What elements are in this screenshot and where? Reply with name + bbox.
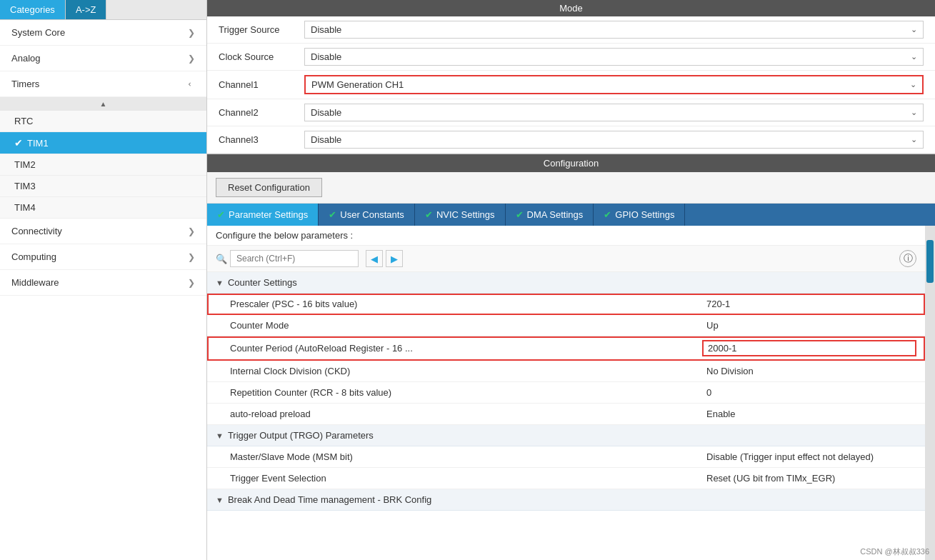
mode-select-channel2[interactable]: Disable ⌄: [304, 104, 924, 121]
param-row-counter-period: Counter Period (AutoReload Register - 16…: [207, 336, 925, 361]
dropdown-arrow-channel3-icon: ⌄: [911, 135, 917, 144]
mode-row-channel1: Channel1 PWM Generation CH1 ⌄: [207, 71, 935, 99]
param-value-counter-mode[interactable]: Up: [702, 319, 916, 332]
mode-label-channel1: Channel1: [219, 79, 304, 90]
sidebar-sub-item-tim4[interactable]: TIM4: [0, 197, 206, 219]
sidebar-item-label-middleware: Middleware: [11, 277, 59, 288]
nav-next-icon[interactable]: ▶: [386, 250, 403, 267]
mode-select-channel3[interactable]: Disable ⌄: [304, 131, 924, 149]
tab-nvic-settings[interactable]: ✔ NVIC Settings: [415, 204, 506, 226]
group-chevron-counter-icon: ▼: [216, 279, 224, 287]
param-value-clock-division[interactable]: No Division: [702, 364, 916, 378]
sidebar-item-middleware[interactable]: Middleware ❯: [0, 270, 206, 296]
sidebar-item-analog[interactable]: Analog ❯: [0, 46, 206, 71]
chevron-computing-icon: ❯: [188, 252, 195, 262]
param-value-counter-period[interactable]: 2000-1: [702, 340, 916, 356]
tab-categories[interactable]: Categories: [0, 0, 66, 19]
mode-row-channel3: Channel3 Disable ⌄: [207, 126, 935, 154]
chevron-timers-icon: ⌄: [186, 81, 196, 88]
mode-val-channel1: PWM Generation CH1: [311, 79, 404, 90]
sidebar-sub-item-rtc[interactable]: RTC: [0, 111, 206, 132]
sidebar-item-label-connectivity: Connectivity: [11, 226, 62, 236]
sidebar-item-computing[interactable]: Computing ❯: [0, 244, 206, 270]
param-row-trigger-event: Trigger Event Selection Reset (UG bit fr…: [207, 468, 925, 489]
tab-user-constants[interactable]: ✔ User Constants: [319, 204, 415, 226]
reset-configuration-button[interactable]: Reset Configuration: [216, 178, 322, 197]
watermark-text: CSDN @林叔叔336: [860, 546, 929, 557]
sidebar-item-label-system-core: System Core: [11, 27, 65, 38]
info-button[interactable]: ⓘ: [899, 250, 916, 267]
group-chevron-trigger-icon: ▼: [216, 431, 224, 440]
param-row-repetition-counter: Repetition Counter (RCR - 8 bits value) …: [207, 382, 925, 404]
mode-val-channel2: Disable: [311, 107, 341, 118]
tab-az[interactable]: A->Z: [66, 0, 107, 19]
scrollbar-thumb: [926, 240, 934, 283]
tab-gpio-settings[interactable]: ✔ GPIO Settings: [594, 204, 685, 226]
param-name-trigger-event: Trigger Event Selection: [230, 473, 702, 484]
tab-parameter-settings[interactable]: ✔ Parameter Settings: [207, 204, 319, 226]
sidebar-sub-item-tim1[interactable]: ✔ TIM1: [0, 132, 206, 154]
mode-select-clock-source[interactable]: Disable ⌄: [304, 48, 924, 66]
sidebar-item-system-core[interactable]: System Core ❯: [0, 20, 206, 46]
nav-prev-icon[interactable]: ◀: [366, 250, 383, 267]
tab-check-gpio-icon: ✔: [604, 209, 611, 220]
reset-btn-row: Reset Configuration: [207, 172, 935, 204]
param-row-prescaler: Prescaler (PSC - 16 bits value) 720-1: [207, 294, 925, 315]
search-icon: 🔍: [216, 254, 227, 264]
config-tabs-row: ✔ Parameter Settings ✔ User Constants ✔ …: [207, 204, 935, 226]
mode-row-clock-source: Clock Source Disable ⌄: [207, 44, 935, 71]
dropdown-arrow-channel2-icon: ⌄: [911, 108, 917, 117]
sidebar-sub-label-rtc: RTC: [14, 116, 33, 126]
scroll-up-btn[interactable]: ▲: [0, 97, 206, 111]
param-name-repetition-counter: Repetition Counter (RCR - 8 bits value): [230, 387, 702, 398]
tab-dma-settings[interactable]: ✔ DMA Settings: [506, 204, 594, 226]
nav-arrows: ◀ ▶: [366, 250, 406, 267]
sidebar-header: Categories A->Z: [0, 0, 206, 20]
group-header-counter-settings[interactable]: ▼ Counter Settings: [207, 272, 925, 294]
tab-check-dma-icon: ✔: [516, 209, 524, 220]
mode-row-channel2: Channel2 Disable ⌄: [207, 99, 935, 126]
param-name-master-slave: Master/Slave Mode (MSM bit): [230, 451, 702, 462]
sidebar-item-label-analog: Analog: [11, 53, 40, 64]
sidebar-item-timers[interactable]: Timers ⌄: [0, 71, 206, 97]
chevron-connectivity-icon: ❯: [188, 226, 195, 236]
sidebar: Categories A->Z System Core ❯ Analog ❯ T…: [0, 0, 207, 560]
tab-label-gpio-settings: GPIO Settings: [615, 209, 674, 220]
param-value-trigger-event[interactable]: Reset (UG bit from TIMx_EGR): [702, 471, 916, 485]
mode-label-channel3: Channel3: [219, 134, 304, 145]
sidebar-sub-item-tim3[interactable]: TIM3: [0, 176, 206, 197]
tab-check-nvic-icon: ✔: [425, 209, 433, 220]
param-name-prescaler: Prescaler (PSC - 16 bits value): [230, 299, 702, 309]
group-label-trigger-output: Trigger Output (TRGO) Parameters: [228, 430, 374, 441]
param-value-repetition-counter[interactable]: 0: [702, 386, 916, 399]
search-input[interactable]: [230, 250, 359, 267]
dropdown-arrow-clock-icon: ⌄: [911, 52, 917, 61]
tab-label-user-constants: User Constants: [340, 209, 404, 220]
group-header-break-deadtime[interactable]: ▼ Break And Dead Time management - BRK C…: [207, 489, 925, 511]
mode-label-channel2: Channel2: [219, 107, 304, 118]
scrollbar-right[interactable]: [925, 226, 935, 560]
config-section: Configuration Reset Configuration ✔ Para…: [207, 154, 935, 560]
tab-label-dma-settings: DMA Settings: [527, 209, 584, 220]
params-outer: Configure the below parameters : 🔍 ◀ ▶ ⓘ…: [207, 226, 935, 560]
param-value-prescaler[interactable]: 720-1: [702, 297, 916, 311]
group-label-counter-settings: Counter Settings: [228, 277, 297, 288]
sidebar-sub-item-tim2[interactable]: TIM2: [0, 154, 206, 176]
sidebar-item-label-timers: Timers: [11, 79, 39, 89]
mode-select-trigger-source[interactable]: Disable ⌄: [304, 21, 924, 39]
group-header-trigger-output[interactable]: ▼ Trigger Output (TRGO) Parameters: [207, 425, 925, 446]
dropdown-arrow-trigger-icon: ⌄: [911, 25, 917, 34]
mode-label-trigger-source: Trigger Source: [219, 24, 304, 35]
param-row-master-slave: Master/Slave Mode (MSM bit) Disable (Tri…: [207, 446, 925, 468]
sidebar-item-label-computing: Computing: [11, 251, 56, 262]
sidebar-sub-label-tim1: TIM1: [27, 138, 49, 149]
sidebar-sub-label-tim3: TIM3: [14, 181, 36, 191]
main-panel: Mode Trigger Source Disable ⌄ Clock Sour…: [207, 0, 935, 560]
sidebar-item-connectivity[interactable]: Connectivity ❯: [0, 219, 206, 244]
check-tim1-icon: ✔: [14, 137, 23, 149]
search-row: 🔍 ◀ ▶ ⓘ: [207, 246, 925, 272]
mode-val-channel3: Disable: [311, 134, 341, 145]
mode-select-channel1[interactable]: PWM Generation CH1 ⌄: [304, 75, 924, 94]
param-value-master-slave[interactable]: Disable (Trigger input effect not delaye…: [702, 450, 916, 464]
param-value-auto-reload[interactable]: Enable: [702, 407, 916, 421]
